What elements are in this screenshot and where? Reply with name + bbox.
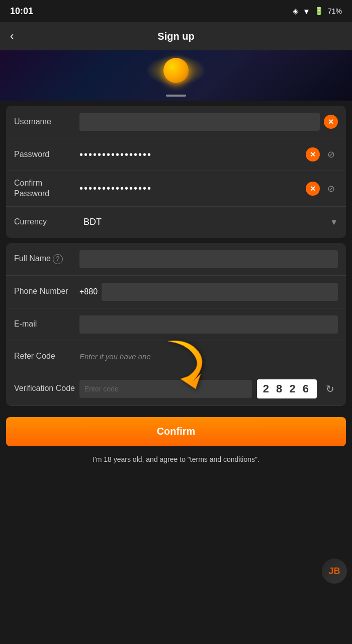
refer-code-placeholder[interactable]: Enter if you have one [79, 352, 151, 361]
logo-text: JB [328, 566, 340, 577]
username-actions: ✕ [324, 115, 338, 129]
wifi-icon: ▼ [303, 7, 310, 16]
banner-area [0, 50, 352, 101]
battery-level: 71% [328, 7, 342, 15]
verification-code-input[interactable]: Enter code [79, 380, 252, 398]
email-label: E-mail [14, 319, 79, 330]
eye-icon: ⊘ [327, 149, 335, 160]
email-row: E-mail [6, 308, 346, 341]
currency-dropdown-icon: ▼ [330, 218, 338, 227]
logo-watermark: JB [322, 558, 347, 584]
confirm-password-clear-button[interactable]: ✕ [306, 182, 320, 196]
verification-placeholder: Enter code [84, 385, 119, 393]
phone-number-input[interactable] [102, 283, 338, 301]
fullname-input[interactable] [79, 250, 338, 268]
phone-prefix[interactable]: +880 [79, 287, 98, 296]
verification-refresh-button[interactable]: ↻ [322, 381, 338, 397]
clear-icon: ✕ [310, 150, 316, 158]
username-row: Username ✕ [6, 106, 346, 138]
password-actions: ✕ ⊘ [306, 147, 338, 162]
username-input-area [79, 113, 320, 131]
confirm-password-input-area: •••••••••••••••• [79, 180, 302, 198]
status-icons: ◈ ▼ 🔋 71% [293, 7, 342, 16]
page-title: Sign up [157, 31, 194, 42]
refer-code-label: Refer Code [14, 351, 79, 362]
banner-coin [163, 58, 189, 83]
confirm-password-actions: ✕ ⊘ [306, 182, 338, 196]
battery-icon: 🔋 [314, 7, 324, 16]
username-clear-button[interactable]: ✕ [324, 115, 338, 129]
signal-icon: ◈ [293, 7, 299, 16]
currency-value: BDT [83, 217, 330, 227]
confirm-button-area: Confirm [0, 411, 352, 450]
status-bar: 10:01 ◈ ▼ 🔋 71% [0, 0, 352, 22]
password-clear-button[interactable]: ✕ [306, 147, 320, 162]
personal-section: Full Name? Phone Number +880 E-mail Refe… [6, 243, 346, 406]
refer-code-input-area: Enter if you have one [79, 352, 338, 361]
username-label: Username [14, 117, 79, 127]
verification-row: Verification Code Enter code 2 8 2 6 ↻ [6, 372, 346, 406]
fullname-input-area [79, 250, 338, 268]
confirm-password-input[interactable]: •••••••••••••••• [79, 180, 302, 198]
verification-input-area: Enter code 2 8 2 6 ↻ [79, 379, 338, 398]
phone-input-area: +880 [79, 283, 338, 301]
password-input-area: •••••••••••••••• [79, 145, 302, 164]
account-section: Username ✕ Password •••••••••••••••• ✕ ⊘… [6, 106, 346, 238]
confirm-button[interactable]: Confirm [6, 417, 346, 446]
confirm-password-toggle-button[interactable]: ⊘ [324, 182, 338, 196]
refer-code-row: Refer Code Enter if you have one [6, 341, 346, 372]
fullname-row: Full Name? [6, 243, 346, 276]
verification-code-display: 2 8 2 6 [257, 379, 317, 398]
currency-row[interactable]: Currency BDT ▼ [6, 207, 346, 238]
back-button[interactable]: ‹ [10, 30, 14, 43]
verification-label: Verification Code [14, 383, 79, 394]
status-time: 10:01 [10, 6, 33, 17]
password-row: Password •••••••••••••••• ✕ ⊘ [6, 138, 346, 171]
clear-icon: ✕ [310, 185, 316, 193]
phone-label: Phone Number [14, 286, 79, 297]
email-input-area [79, 315, 338, 334]
currency-label: Currency [14, 217, 79, 227]
eye-icon: ⊘ [327, 183, 335, 194]
password-toggle-button[interactable]: ⊘ [324, 147, 338, 162]
username-input[interactable] [79, 113, 320, 131]
phone-row: Phone Number +880 [6, 276, 346, 308]
banner-scroll-indicator [166, 95, 186, 97]
refresh-icon: ↻ [326, 383, 334, 395]
confirm-password-label: Confirm Password [14, 178, 79, 199]
fullname-help-icon[interactable]: ? [53, 254, 63, 264]
email-input[interactable] [79, 315, 338, 334]
fullname-label: Full Name? [14, 254, 79, 264]
clear-icon: ✕ [328, 118, 334, 126]
confirm-password-row: Confirm Password •••••••••••••••• ✕ ⊘ [6, 171, 346, 207]
password-input[interactable]: •••••••••••••••• [79, 145, 302, 164]
top-nav: ‹ Sign up [0, 22, 352, 50]
terms-text: I'm 18 years old, and agree to "terms an… [0, 450, 352, 473]
password-label: Password [14, 149, 79, 160]
